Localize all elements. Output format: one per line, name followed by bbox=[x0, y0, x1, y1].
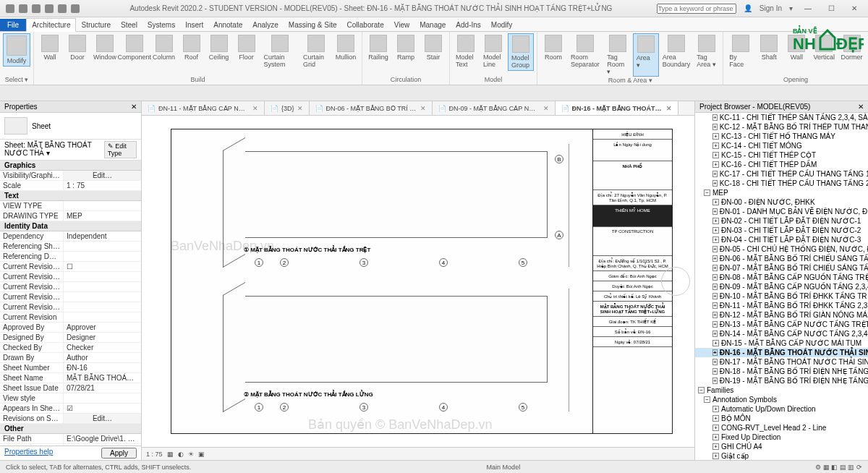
minimize-button[interactable]: — bbox=[800, 4, 816, 14]
close-panel-icon[interactable]: ✕ bbox=[131, 103, 137, 111]
expand-icon[interactable]: + bbox=[712, 415, 719, 422]
browser-node[interactable]: +Automatic Up/Down Direction bbox=[695, 404, 868, 414]
browser-node[interactable]: +ĐN-00 - ĐIỆN NƯỚC, ĐHKK bbox=[695, 197, 868, 207]
drawing-canvas[interactable]: ① MẶT BẰNG THOÁT NƯỚC THẢI TẦNG TRỆT 1 2… bbox=[142, 116, 694, 447]
browser-node[interactable]: +ĐN-07 - MẶT BẰNG BỐ TRÍ CHIẾU SÁNG TẦNG… bbox=[695, 263, 868, 273]
wall-button[interactable]: Wall bbox=[783, 33, 809, 69]
ribbon-tab-steel[interactable]: Steel bbox=[116, 19, 142, 31]
prop-row[interactable]: Referencing Detail bbox=[0, 252, 141, 262]
prop-row[interactable]: Current Revision Date bbox=[0, 292, 141, 302]
expand-icon[interactable]: + bbox=[712, 293, 718, 299]
expand-icon[interactable]: + bbox=[712, 321, 718, 328]
browser-node[interactable]: +KC-16 - CHI TIẾT THÉP DẦM bbox=[695, 160, 868, 169]
ribbon-tab-annotate[interactable]: Annotate bbox=[208, 19, 247, 31]
railing-button[interactable]: Railing bbox=[365, 33, 391, 62]
ramp-button[interactable]: Ramp bbox=[393, 33, 419, 62]
prop-row[interactable]: Revisions on SheetEdit… bbox=[0, 414, 141, 424]
vertical-button[interactable]: Vertical bbox=[811, 33, 837, 69]
ribbon-tab-addins[interactable]: Add-Ins bbox=[451, 19, 485, 31]
view-tab[interactable]: 📄{3D}✕ bbox=[265, 101, 310, 115]
ribbon-tab-manage[interactable]: Manage bbox=[414, 19, 451, 31]
expand-icon[interactable]: + bbox=[712, 124, 718, 130]
expand-icon[interactable]: + bbox=[712, 236, 719, 243]
type-selector[interactable]: Sheet: MẶT BẰNG THOÁT NƯỚC THẢ ▾ bbox=[4, 141, 104, 158]
expand-icon[interactable]: + bbox=[712, 434, 719, 440]
expand-icon[interactable]: + bbox=[712, 180, 718, 187]
browser-node[interactable]: −Families bbox=[695, 385, 868, 395]
expand-icon[interactable]: + bbox=[712, 378, 718, 384]
expand-icon[interactable]: + bbox=[712, 227, 719, 234]
browser-node[interactable]: +KC-11 - CHI TIẾT THÉP SÀN TẦNG 2,3,4, S… bbox=[695, 113, 868, 122]
sign-in-link[interactable]: Sign In bbox=[760, 4, 782, 12]
column-button[interactable]: Column bbox=[151, 33, 177, 69]
navigation-wheel[interactable] bbox=[661, 267, 690, 296]
tagroom-button[interactable]: Tag Room ▾ bbox=[604, 33, 631, 77]
ribbon-tab-structure[interactable]: Structure bbox=[76, 19, 116, 31]
browser-node[interactable]: +ĐN-13 - MẶT BẰNG CẤP NƯỚC TẦNG TRỆT, LỬ… bbox=[695, 320, 868, 329]
expand-icon[interactable]: + bbox=[712, 208, 718, 215]
expand-icon[interactable]: + bbox=[712, 284, 718, 290]
open-icon[interactable] bbox=[19, 4, 27, 13]
expand-icon[interactable]: + bbox=[712, 302, 718, 309]
redo-icon[interactable] bbox=[58, 4, 67, 13]
expand-icon[interactable]: + bbox=[712, 114, 718, 121]
undo-icon[interactable] bbox=[45, 4, 54, 13]
expand-icon[interactable]: + bbox=[712, 406, 719, 412]
browser-node[interactable]: +ĐN-06 - MẶT BẰNG BỐ TRÍ CHIẾU SÁNG TẦNG… bbox=[695, 254, 868, 263]
prop-row[interactable]: Current Revision bbox=[0, 312, 141, 323]
expand-icon[interactable]: + bbox=[712, 152, 719, 158]
byface-button[interactable]: By Face bbox=[726, 33, 754, 69]
expand-icon[interactable]: + bbox=[712, 142, 719, 149]
browser-node[interactable]: +Fixed Up Direction bbox=[695, 432, 868, 442]
prop-row[interactable]: DRAWING TYPEMEP bbox=[0, 211, 141, 221]
browser-node[interactable]: +ĐN-09 - MẶT BẰNG CẤP NGUỒN TẦNG 2,3,4,S… bbox=[695, 282, 868, 291]
browser-node[interactable]: +ĐN-01 - DANH MỤC BẢN VẼ ĐIỆN NƯỚC, ĐHKK bbox=[695, 207, 868, 216]
browser-node[interactable]: +ĐN-03 - CHI TIẾT LẮP ĐẶT ĐIỆN NƯỚC-2 bbox=[695, 226, 868, 235]
ribbon-tab-systems[interactable]: Systems bbox=[142, 19, 180, 31]
expand-icon[interactable]: + bbox=[712, 161, 719, 168]
expand-icon[interactable]: + bbox=[712, 359, 718, 365]
ribbon-tab-insert[interactable]: Insert bbox=[180, 19, 208, 31]
prop-row[interactable]: Approved ByApprover bbox=[0, 323, 141, 333]
ceiling-button[interactable]: Ceiling bbox=[206, 33, 232, 69]
expand-icon[interactable]: + bbox=[712, 312, 718, 318]
browser-node[interactable]: +KC-14 - CHI TIẾT MÓNG bbox=[695, 141, 868, 150]
expand-icon[interactable]: + bbox=[712, 218, 719, 224]
prop-row[interactable]: Current Revision Issued … bbox=[0, 272, 141, 282]
prop-row[interactable]: Sheet NameMẶT BẰNG THOÁT NƯ… bbox=[0, 373, 141, 383]
help-icon[interactable]: ▾ bbox=[789, 4, 793, 12]
browser-node[interactable]: +ĐN-18 - MẶT BẰNG BỐ TRÍ ĐIỆN NHẸ TẦNG T… bbox=[695, 367, 868, 376]
prop-row[interactable]: Current Revision Issued☐ bbox=[0, 262, 141, 272]
prop-row[interactable]: View style bbox=[0, 393, 141, 404]
close-tab-icon[interactable]: ✕ bbox=[420, 105, 426, 112]
browser-node[interactable]: +CONG-RVT_Level Head 2 - Line bbox=[695, 423, 868, 432]
room-button[interactable]: Room bbox=[540, 33, 566, 77]
prop-row[interactable]: Sheet Issue Date07/28/21 bbox=[0, 383, 141, 393]
floor-button[interactable]: Floor bbox=[234, 33, 260, 69]
browser-node[interactable]: +GHI CHÚ A4 bbox=[695, 442, 868, 451]
browser-node[interactable]: +ĐN-08 - MẶT BẰNG CẤP NGUỒN TẦNG TRỆT, L… bbox=[695, 273, 868, 282]
ribbon-tab-massingsite[interactable]: Massing & Site bbox=[284, 19, 342, 31]
browser-node[interactable]: +ĐN-12 - MẶT BẰNG BỐ TRÍ GIÀN NÓNG MÁI T… bbox=[695, 310, 868, 320]
expand-icon[interactable]: + bbox=[712, 368, 718, 375]
prop-row[interactable]: Current Revision Issued … bbox=[0, 282, 141, 292]
expand-icon[interactable]: + bbox=[712, 265, 718, 271]
view-tab[interactable]: 📄ĐN-16 - MẶT BẰNG THOÁT NƯ…✕ bbox=[556, 101, 678, 115]
browser-node[interactable]: +ĐN-17 - MẶT BẰNG THOÁT NƯỚC THẢI SINH H… bbox=[695, 357, 868, 367]
scale-label[interactable]: 1 : 75 bbox=[146, 451, 163, 458]
properties-help-link[interactable]: Properties help bbox=[4, 448, 53, 459]
expand-icon[interactable]: + bbox=[712, 340, 719, 346]
browser-node[interactable]: +BỘ MÔN bbox=[695, 414, 868, 423]
print-icon[interactable] bbox=[71, 4, 80, 13]
expand-icon[interactable]: + bbox=[712, 425, 719, 431]
area-button[interactable]: Area ▾ bbox=[633, 33, 659, 77]
browser-node[interactable]: +KC-17 - CHI TIẾT THÉP CẦU THANG TẦNG 1,… bbox=[695, 169, 868, 179]
prop-row[interactable]: File PathE:\Google Drive\1. WOR… bbox=[0, 434, 141, 444]
crop-icon[interactable]: ▣ bbox=[198, 451, 205, 458]
browser-node[interactable]: +KC-18 - CHI TIẾT THÉP CẦU THANG TẦNG 2,… bbox=[695, 179, 868, 188]
browser-node[interactable]: +ĐN-19 - MẶT BẰNG BỐ TRÍ ĐIỆN NHẸ TẦNG 2… bbox=[695, 376, 868, 385]
revit-icon[interactable] bbox=[6, 4, 14, 13]
component-button[interactable]: Component bbox=[119, 33, 150, 69]
tagarea-button[interactable]: Tag Area ▾ bbox=[694, 33, 720, 77]
ribbon-tab-modify[interactable]: Modify bbox=[486, 19, 517, 31]
